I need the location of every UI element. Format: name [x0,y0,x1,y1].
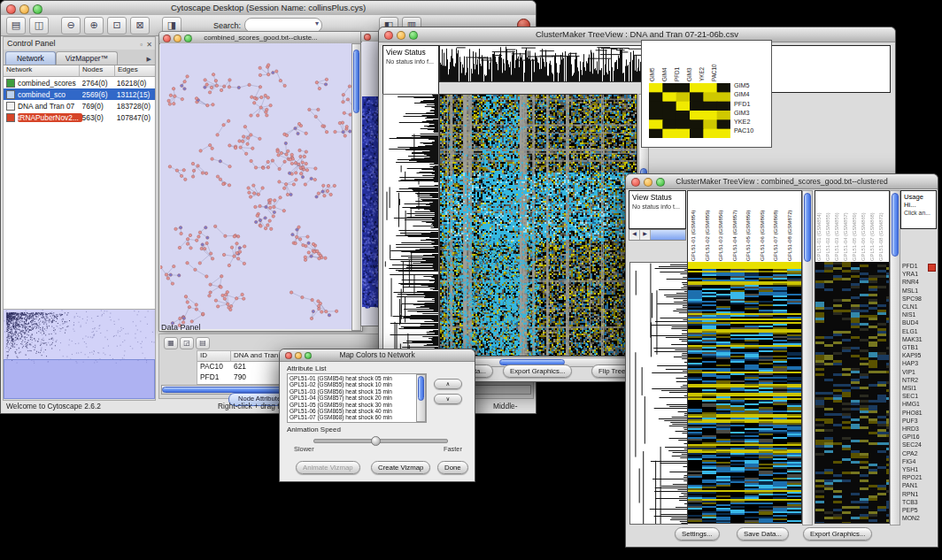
gene-label[interactable]: HRD3 [902,425,936,433]
birdseye-canvas[interactable] [4,310,155,399]
gene-label[interactable]: PHO81 [902,409,936,417]
close-icon[interactable] [631,178,640,187]
zoom-selected-icon[interactable]: ⊡ [107,17,127,35]
col-edges[interactable]: Edges [115,65,155,77]
gene-label[interactable]: PEP5 [902,506,936,514]
nav-thumb[interactable] [651,230,685,240]
col-nodes[interactable]: Nodes [80,65,115,77]
gene-label[interactable]: HMG1 [902,400,936,408]
slider-thumb[interactable] [371,436,381,446]
gene-label[interactable]: RPO21 [902,473,936,481]
move-up-button[interactable]: ∧ [434,379,462,389]
minimize-icon[interactable] [19,4,29,14]
birdseye-view[interactable] [4,309,155,400]
tab-overflow-icon[interactable]: ▶ [147,56,155,65]
attribute-list-item[interactable]: GPL51-05 (GSM859) heat shock 30 min [290,402,417,408]
create-vizmap-button[interactable]: Create Vizmap [371,461,430,474]
close-icon[interactable] [285,352,292,359]
done-button[interactable]: Done [437,461,468,474]
zoom-in-icon[interactable]: ⊕ [84,17,104,35]
nav-left-icon[interactable]: ◀ [629,230,640,240]
attribute-list-item[interactable]: GPL51-04 (GSM857) heat shock 20 min [290,395,417,401]
attribute-list-item[interactable]: GPL51-02 (GSM855) heat shock 10 min [290,381,417,387]
zoom-window-icon[interactable] [656,178,665,187]
gene-label[interactable]: SEC1 [902,392,936,400]
export-graphics-button[interactable]: Export Graphics... [803,527,872,541]
gene-label[interactable]: CPA2 [902,449,936,457]
grid-icon[interactable]: ▦ [164,337,178,349]
network-table-row[interactable]: combined_sco 2569(6) 13112(15) [4,88,155,100]
close-icon[interactable] [384,31,393,40]
row-dendrogram-canvas[interactable] [629,262,688,525]
summary-matrix-canvas[interactable] [649,83,730,138]
gene-label[interactable]: SEC24 [902,441,936,449]
col-network[interactable]: Network [4,65,80,77]
minimize-icon[interactable] [174,35,181,42]
gene-label[interactable]: FIG4 [902,457,936,465]
heatmap-canvas[interactable] [439,94,637,357]
gene-label[interactable]: NIS1 [902,311,936,318]
scrollbar-thumb[interactable] [892,193,899,257]
column-dendrogram-canvas[interactable] [439,45,643,82]
chevron-down-icon[interactable]: ▾ [315,19,319,27]
nav-right-icon[interactable]: ▶ [640,230,651,240]
network-table-row[interactable]: tRNAPuberNov2... 563(0) 107847(0) [4,111,155,123]
list-vscrollbar[interactable] [416,374,426,422]
tab-vizmapper[interactable]: VizMapper™ [56,51,118,65]
gene-label[interactable]: GPI16 [902,433,936,441]
minimize-icon[interactable] [295,352,302,359]
export-graphics-button[interactable]: Export Graphics... [503,364,572,378]
gene-label[interactable]: YRA1 [902,270,936,278]
gene-label[interactable]: HAP3 [902,359,936,367]
attribute-batch-icon[interactable]: ▤ [196,337,210,349]
treeview-combined-titlebar[interactable]: ClusterMaker TreeView : combined_scores_… [626,174,938,189]
dialog-titlebar[interactable]: Map Colors to Network [280,349,475,362]
gene-label[interactable]: CLN1 [902,303,936,311]
zoom-window-icon[interactable] [184,35,192,42]
settings-button[interactable]: Settings... [675,527,720,541]
heatmap-canvas[interactable] [687,262,802,524]
gene-label[interactable]: PAN1 [902,481,936,489]
id-header[interactable]: ID [197,351,231,362]
zoom-window-icon[interactable] [409,31,418,40]
gene-label[interactable]: YSH1 [902,465,936,473]
tree-nav-spinner[interactable]: ◀ ▶ [629,229,686,241]
close-panel-icon[interactable]: ✕ [146,39,152,51]
attribute-list-item[interactable]: GPL51-07 (GSM868) heat shock 60 min [290,414,417,420]
gene-label[interactable]: MSI1 [902,384,936,392]
gene-label[interactable]: RNR4 [902,278,936,286]
save-data-button[interactable]: Save Data... [737,527,789,541]
treeview-dna-titlebar[interactable]: ClusterMaker TreeView : DNA and Tran 07-… [379,27,895,42]
tab-network[interactable]: Network [5,51,56,65]
gene-label[interactable]: MAK31 [902,335,936,343]
zoom-window-icon[interactable] [305,352,312,359]
scrollbar-thumb[interactable] [353,50,359,113]
gene-label[interactable]: PFD1 [902,262,936,270]
gene-label[interactable]: TCB3 [902,498,936,506]
network-table-row[interactable]: DNA and Tran 07 769(0) 183728(0) [4,100,155,111]
main-vscrollbar[interactable] [802,190,813,525]
close-icon[interactable] [163,35,171,42]
zoom-fit-icon[interactable]: ⊠ [130,17,150,35]
gene-label[interactable]: ELG1 [902,327,936,335]
gene-label[interactable]: GTB1 [902,343,936,351]
open-session-icon[interactable]: ▤ [6,17,26,35]
gene-label[interactable]: SPC98 [902,295,936,303]
zoom-window-icon[interactable] [33,4,42,14]
gene-label[interactable]: VIP1 [902,368,936,376]
close-icon[interactable] [6,4,16,14]
row-dendrogram-canvas[interactable] [382,94,439,357]
close-icon[interactable] [364,34,371,41]
attribute-list-item[interactable]: GPL51-01 (GSM854) heat shock 05 min [290,375,417,381]
gene-label[interactable]: NTR2 [902,376,936,384]
attribute-list-item[interactable]: GPL51-03 (GSM856) heat shock 15 min [290,388,417,395]
network-canvas[interactable] [160,43,352,329]
gene-label[interactable]: MSL1 [902,287,936,295]
float-panel-icon[interactable]: ▫ [140,39,143,51]
attribute-list-item[interactable]: GPL51-06 (GSM865) heat shock 40 min [290,408,417,414]
animate-vizmap-button[interactable]: Animate Vizmap [296,461,360,474]
minimize-icon[interactable] [644,178,652,187]
gene-label[interactable]: KAP95 [902,351,936,359]
minimize-icon[interactable] [397,31,405,40]
scrollbar-thumb[interactable] [804,193,811,262]
